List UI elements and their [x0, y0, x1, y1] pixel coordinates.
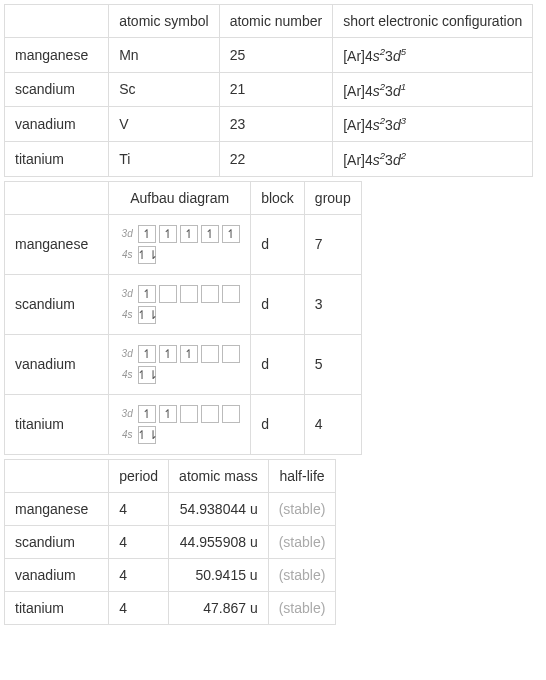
- orbital-box: ↿: [138, 225, 156, 243]
- electronic-config: [Ar]4s23d5: [333, 38, 533, 73]
- orbital-box: ↿: [222, 225, 240, 243]
- orbital-box: ↿: [201, 225, 219, 243]
- electronic-config: [Ar]4s23d3: [333, 107, 533, 142]
- orbital-box: ↿: [180, 345, 198, 363]
- header-symbol: atomic symbol: [109, 5, 219, 38]
- shell-label-3d: 3d: [119, 288, 135, 299]
- shell-label-4s: 4s: [119, 429, 135, 440]
- block-value: d: [251, 214, 305, 274]
- table-aufbau: Aufbau diagram block group manganese 3d↿…: [4, 181, 362, 455]
- header-period: period: [109, 459, 169, 492]
- empty-header: [5, 181, 109, 214]
- element-name: titanium: [5, 141, 109, 176]
- element-name: titanium: [5, 591, 109, 624]
- table-row: manganese454.938044 u(stable): [5, 492, 336, 525]
- orbital-box: ↿⇂: [138, 246, 156, 264]
- orbital-box: [222, 405, 240, 423]
- orbital-box: ↿: [159, 345, 177, 363]
- header-mass: atomic mass: [169, 459, 269, 492]
- orbital-box: ↿: [138, 285, 156, 303]
- atomic-number: 25: [219, 38, 333, 73]
- shell-label-4s: 4s: [119, 309, 135, 320]
- orbital-box: [180, 285, 198, 303]
- period-value: 4: [109, 591, 169, 624]
- header-aufbau: Aufbau diagram: [109, 181, 251, 214]
- orbital-box: [180, 405, 198, 423]
- orbital-box: [159, 285, 177, 303]
- orbital-box: [201, 285, 219, 303]
- table-mass: period atomic mass half-life manganese45…: [4, 459, 336, 625]
- mass-value: 47.867 u: [169, 591, 269, 624]
- header-half: half-life: [268, 459, 336, 492]
- orbital-box: [222, 285, 240, 303]
- aufbau-diagram: 3d↿ 4s↿⇂: [109, 274, 251, 334]
- aufbau-diagram: 3d↿↿↿ 4s↿⇂: [109, 334, 251, 394]
- orbital-box: ↿: [138, 345, 156, 363]
- table-row: vanadiumV23[Ar]4s23d3: [5, 107, 533, 142]
- mass-value: 54.938044 u: [169, 492, 269, 525]
- half-life-value: (stable): [268, 525, 336, 558]
- element-name: vanadium: [5, 558, 109, 591]
- period-value: 4: [109, 492, 169, 525]
- period-value: 4: [109, 558, 169, 591]
- element-name: scandium: [5, 525, 109, 558]
- atomic-number: 22: [219, 141, 333, 176]
- block-value: d: [251, 274, 305, 334]
- mass-value: 50.9415 u: [169, 558, 269, 591]
- orbital-box: ↿: [138, 405, 156, 423]
- half-life-value: (stable): [268, 558, 336, 591]
- shell-label-4s: 4s: [119, 369, 135, 380]
- header-block: block: [251, 181, 305, 214]
- table-row: titaniumTi22[Ar]4s23d2: [5, 141, 533, 176]
- table-row: vanadium 3d↿↿↿ 4s↿⇂ d5: [5, 334, 362, 394]
- atomic-symbol: Ti: [109, 141, 219, 176]
- orbital-box: ↿: [180, 225, 198, 243]
- element-name: manganese: [5, 38, 109, 73]
- header-number: atomic number: [219, 5, 333, 38]
- orbital-box: ↿⇂: [138, 426, 156, 444]
- shell-label-3d: 3d: [119, 348, 135, 359]
- empty-header: [5, 5, 109, 38]
- table-row: titanium 3d↿↿ 4s↿⇂ d4: [5, 394, 362, 454]
- aufbau-diagram: 3d↿↿↿↿↿ 4s↿⇂: [109, 214, 251, 274]
- block-value: d: [251, 394, 305, 454]
- element-name: scandium: [5, 72, 109, 107]
- table-row: scandium 3d↿ 4s↿⇂ d3: [5, 274, 362, 334]
- element-name: manganese: [5, 492, 109, 525]
- atomic-symbol: Sc: [109, 72, 219, 107]
- electronic-config: [Ar]4s23d2: [333, 141, 533, 176]
- atomic-number: 23: [219, 107, 333, 142]
- table-row: titanium447.867 u(stable): [5, 591, 336, 624]
- group-value: 5: [304, 334, 361, 394]
- table-row: scandium444.955908 u(stable): [5, 525, 336, 558]
- orbital-box: ↿: [159, 225, 177, 243]
- orbital-box: ↿: [159, 405, 177, 423]
- orbital-box: [201, 345, 219, 363]
- shell-label-3d: 3d: [119, 408, 135, 419]
- element-name: vanadium: [5, 334, 109, 394]
- header-group: group: [304, 181, 361, 214]
- header-config: short electronic configuration: [333, 5, 533, 38]
- group-value: 3: [304, 274, 361, 334]
- atomic-number: 21: [219, 72, 333, 107]
- element-name: manganese: [5, 214, 109, 274]
- mass-value: 44.955908 u: [169, 525, 269, 558]
- orbital-box: ↿⇂: [138, 366, 156, 384]
- half-life-value: (stable): [268, 492, 336, 525]
- empty-header: [5, 459, 109, 492]
- table-atomic: atomic symbol atomic number short electr…: [4, 4, 533, 177]
- period-value: 4: [109, 525, 169, 558]
- shell-label-3d: 3d: [119, 228, 135, 239]
- group-value: 4: [304, 394, 361, 454]
- table-row: manganese 3d↿↿↿↿↿ 4s↿⇂ d7: [5, 214, 362, 274]
- orbital-box: [222, 345, 240, 363]
- atomic-symbol: Mn: [109, 38, 219, 73]
- table-row: scandiumSc21[Ar]4s23d1: [5, 72, 533, 107]
- atomic-symbol: V: [109, 107, 219, 142]
- orbital-box: ↿⇂: [138, 306, 156, 324]
- orbital-box: [201, 405, 219, 423]
- half-life-value: (stable): [268, 591, 336, 624]
- element-name: titanium: [5, 394, 109, 454]
- table-row: vanadium450.9415 u(stable): [5, 558, 336, 591]
- element-name: vanadium: [5, 107, 109, 142]
